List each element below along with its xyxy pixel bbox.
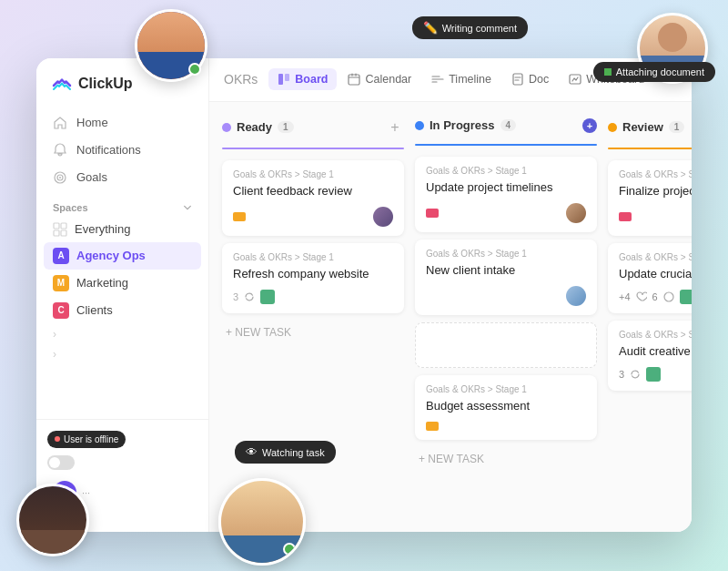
card-audit-creative[interactable]: Goals & OKRs > Stage 1 Audit creative pe… [608,321,692,391]
card-footer-6 [619,207,692,227]
chevron-down-icon [183,203,192,212]
meta-count-7b: 6 [652,291,658,302]
sidebar-item-marketing[interactable]: M Marketing [44,270,201,297]
sidebar: ClickUp Home Notifications [36,58,209,532]
doc-icon [511,73,524,86]
card-breadcrumb-7: Goals & OKRs > Stage 1 [619,252,692,262]
flag-6 [619,212,632,221]
app-window: ClickUp Home Notifications [36,58,692,532]
column-count-ready: 1 [278,121,294,133]
new-task-progress[interactable]: + NEW TASK [415,447,597,471]
svg-rect-3 [54,223,59,229]
column-add-progress[interactable]: + [582,118,597,133]
offline-badge: User is offline [47,431,126,448]
svg-rect-10 [513,74,522,85]
card-breadcrumb-1: Goals & OKRs > Stage 1 [233,169,393,179]
space-dot-clients: C [53,302,69,319]
spaces-label: Spaces [36,191,208,217]
sidebar-arrow-1[interactable]: › [36,324,208,344]
card-title-8: Audit creative performance [619,343,692,360]
heart-icon [636,291,647,302]
tab-timeline[interactable]: Timeline [422,68,500,90]
attaching-document-badge: Attaching document [593,62,715,82]
column-header-progress: In Progress 4 + [415,115,597,137]
sidebar-arrow-2[interactable]: › [36,344,208,364]
green-tag-2 [260,290,275,304]
svg-rect-6 [61,230,66,236]
card-footer-1 [233,207,393,227]
avatar-bottom-center [218,478,306,566]
sidebar-item-notifications[interactable]: Notifications [44,137,201,164]
card-update-objectives[interactable]: Goals & OKRs > Stage 1 Update crucial ke… [608,243,692,313]
space-dot-agency: A [53,248,69,264]
offline-toggle[interactable] [47,455,75,470]
tab-board[interactable]: Board [268,68,337,90]
svg-point-12 [664,292,673,301]
card-title-5: Budget assessment [426,398,586,414]
watching-task-badge: 👁 Watching task [235,441,336,464]
flag-1 [233,212,246,221]
meta-count-7: +4 [619,291,631,302]
green-tag-8 [646,367,661,382]
home-icon [53,116,67,130]
card-client-feedback[interactable]: Goals & OKRs > Stage 1 Client feedback r… [222,160,404,236]
svg-rect-9 [349,75,359,85]
card-update-timelines[interactable]: Goals & OKRs > Stage 1 Update project ti… [415,157,597,232]
svg-rect-8 [285,74,289,81]
column-header-review: Review 1 + [608,115,692,140]
sidebar-item-agency[interactable]: A Agency Ops [44,242,201,270]
breadcrumb: OKRs [224,72,258,87]
column-header-ready: Ready 1 + [222,115,404,140]
card-new-client-intake[interactable]: Goals & OKRs > Stage 1 New client intake [415,240,597,315]
tab-calendar[interactable]: Calendar [339,68,420,90]
column-title-review: Review [622,120,663,134]
card-avatar-4 [566,286,586,306]
svg-rect-7 [278,74,283,85]
card-title-7: Update crucial key objectives [619,266,692,282]
logo-text: ClickUp [78,76,133,92]
calendar-icon [348,73,360,86]
green-tag-7 [680,290,692,304]
meta-count-2: 3 [233,291,238,302]
sidebar-nav: Home Notifications Goals [36,109,208,191]
meta-count-8: 3 [619,369,624,380]
card-empty-placeholder [415,322,597,368]
target-icon [53,170,67,185]
whiteboard-icon [569,73,581,86]
sidebar-item-clients[interactable]: C Clients [44,297,201,324]
new-task-ready[interactable]: + NEW TASK [222,321,404,344]
card-avatar-1 [373,207,393,227]
writing-comment-badge: ✏️ Writing comment [412,16,528,39]
svg-point-2 [59,177,61,178]
offline-dot [55,436,60,442]
timeline-icon [431,73,444,86]
card-finalize-scope[interactable]: Goals & OKRs > Stage 1 Finalize project … [608,160,692,236]
card-title-4: New client intake [426,262,586,279]
card-title-1: Client feedback review [233,183,393,199]
card-breadcrumb-5: Goals & OKRs > Stage 1 [426,384,586,394]
board-icon [278,73,290,86]
flag-5 [426,422,439,431]
card-title-6: Finalize project scope [619,183,692,199]
sidebar-item-everything[interactable]: Everything [44,217,201,242]
progress-dot [415,121,424,130]
card-footer-3 [426,203,586,223]
ready-dot [222,123,231,132]
bell-icon [53,143,67,158]
column-count-review: 1 [669,121,685,133]
tab-doc[interactable]: Doc [502,68,558,90]
card-budget-assessment[interactable]: Goals & OKRs > Stage 1 Budget assessment [415,375,597,440]
refresh-icon-8 [630,369,641,380]
svg-rect-5 [54,230,59,236]
card-avatar-3 [566,203,586,223]
ready-divider [222,148,404,149]
sidebar-item-goals[interactable]: Goals [44,164,201,191]
column-count-progress: 4 [500,119,517,131]
card-refresh-website[interactable]: Goals & OKRs > Stage 1 Refresh company w… [222,243,404,313]
review-dot [608,123,617,132]
column-add-ready[interactable]: + [386,118,404,137]
sidebar-item-home[interactable]: Home [44,109,201,137]
svg-rect-4 [61,223,66,229]
column-title-ready: Ready [237,120,272,134]
card-title-3: Update project timelines [426,179,586,196]
